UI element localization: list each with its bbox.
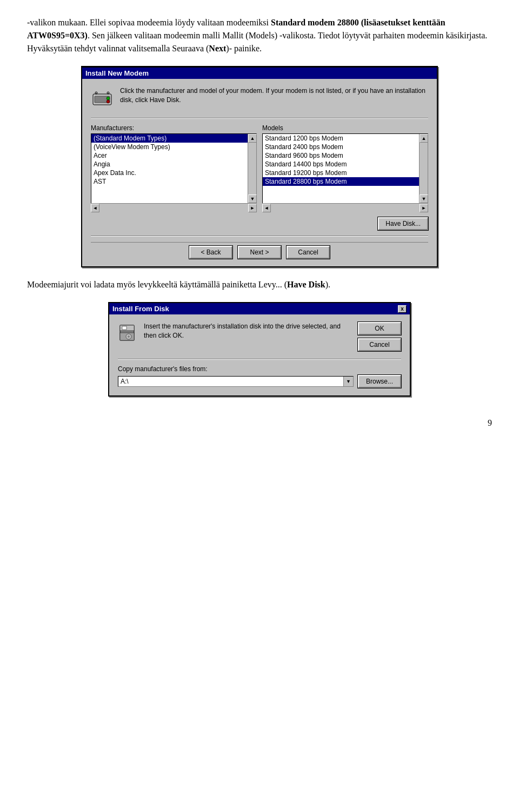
text-bold-have-disk: Have Disk [287,280,325,289]
model-item-0[interactable]: Standard 1200 bps Modem [263,134,419,143]
text-have-disk-end: ). [325,280,330,289]
models-listbox[interactable]: Standard 1200 bps Modem Standard 2400 bp… [262,133,428,204]
separator-1 [91,118,428,119]
next-button[interactable]: Next > [238,246,281,259]
manufacturer-item-5[interactable]: AST [91,177,248,186]
dropdown-arrow-btn[interactable]: ▼ [343,377,353,386]
path-input[interactable] [118,377,343,386]
dialog-header: Click the manufacturer and model of your… [91,86,428,109]
model-item-2[interactable]: Standard 9600 bps Modem [263,151,419,160]
manufacturers-label: Manufacturers: [91,124,257,132]
cancel-button-disk[interactable]: Cancel [358,338,401,351]
manufacturer-item-1[interactable]: (VoiceView Modem Types) [91,143,248,151]
models-col: Models Standard 1200 bps Modem Standard … [262,124,428,212]
install-from-disk-title: Install From Disk [112,305,169,313]
models-hscroll-track [271,204,420,212]
manufacturers-list-inner: (Standard Modem Types) (VoiceView Modem … [91,134,248,203]
svg-rect-10 [122,326,127,330]
scroll-track [248,143,256,194]
models-scrollbar[interactable]: ▲ ▼ [419,134,428,203]
page-number: 9 [27,418,492,428]
manufacturers-scrollbar[interactable]: ▲ ▼ [248,134,256,203]
models-list-inner: Standard 1200 bps Modem Standard 2400 bp… [263,134,419,203]
scroll-up-btn[interactable]: ▲ [248,134,257,143]
install-new-modem-dialog: Install New Modem Click the manufacturer… [81,66,438,267]
model-item-3[interactable]: Standard 14400 bps Modem [263,160,419,169]
dialog-header-text: Click the manufacturer and model of your… [120,86,428,105]
cancel-button[interactable]: Cancel [287,246,330,259]
manufacturer-item-0[interactable]: (Standard Modem Types) [91,134,248,143]
disk-body-text: Insert the manufacturer's installation d… [144,322,352,340]
svg-point-6 [107,97,110,100]
ok-button[interactable]: OK [358,322,401,335]
models-hscroll-left-btn[interactable]: ◄ [262,204,271,212]
paragraph-1: -valikon mukaan. Ellei sopivaa modeemia … [27,16,492,55]
have-disk-button[interactable]: Have Disk... [378,217,428,230]
text-end: )- painike. [226,44,262,53]
install-from-disk-dialog: Install From Disk x Insert the manufactu… [108,302,411,397]
models-scroll-down-btn[interactable]: ▼ [420,194,428,203]
have-disk-row: Have Disk... [91,217,428,230]
hscroll-left-btn[interactable]: ◄ [91,204,99,212]
install-from-disk-content: Insert the manufacturer's installation d… [109,314,410,395]
path-input-row: ▼ Browse... [118,375,401,388]
titlebar-title: Install New Modem [85,69,149,77]
manufacturer-item-2[interactable]: Acer [91,151,248,160]
manufacturer-item-3[interactable]: Angia [91,160,248,169]
disk-icon [118,322,138,343]
titlebar-label: Install New Modem [85,69,149,77]
paragraph-2: Modeemiajurit voi ladata myös levykkeelt… [27,278,492,291]
manufacturers-hscrollbar[interactable]: ◄ ► [91,203,257,212]
path-dropdown-container[interactable]: ▼ [118,376,354,387]
install-from-disk-titlebar: Install From Disk x [109,303,410,314]
back-button[interactable]: < Back [189,246,232,259]
copy-label: Copy manufacturer's files from: [118,365,401,373]
models-label: Models [262,124,428,132]
install-new-modem-titlebar: Install New Modem [82,68,437,79]
install-new-modem-content: Click the manufacturer and model of your… [82,79,437,266]
svg-point-7 [107,100,110,103]
browse-button[interactable]: Browse... [358,375,401,388]
dialog-close-button[interactable]: x [398,305,407,313]
models-hscroll-right-btn[interactable]: ► [420,204,428,212]
manufacturer-item-4[interactable]: Apex Data Inc. [91,169,248,177]
hscroll-track [99,204,248,212]
install-from-disk-label: Install From Disk [112,305,169,313]
separator-2 [91,236,428,237]
models-hscrollbar[interactable]: ◄ ► [262,203,428,212]
text-intro: -valikon mukaan. Ellei sopivaa modeemia … [27,18,271,27]
manufacturers-listbox[interactable]: (Standard Modem Types) (VoiceView Modem … [91,133,257,204]
models-scroll-up-btn[interactable]: ▲ [420,134,428,143]
scroll-down-btn[interactable]: ▼ [248,194,257,203]
side-buttons: OK Cancel [358,322,401,351]
disk-content-row: Insert the manufacturer's installation d… [118,322,401,351]
text-bold-next: Next [209,44,226,53]
model-item-5[interactable]: Standard 28800 bps Modem [263,177,419,186]
text-have-disk-intro: Modeemiajurit voi ladata myös levykkeelt… [27,280,287,289]
model-item-4[interactable]: Standard 19200 bps Modem [263,169,419,177]
disk-text-area: Insert the manufacturer's installation d… [144,322,352,351]
lists-area: Manufacturers: (Standard Modem Types) (V… [91,124,428,212]
copy-from-section: Copy manufacturer's files from: ▼ Browse… [118,365,401,388]
model-item-1[interactable]: Standard 2400 bps Modem [263,143,419,151]
hscroll-right-btn[interactable]: ► [248,204,257,212]
modem-icon [91,86,114,109]
bottom-buttons: < Back Next > Cancel [91,242,428,259]
svg-point-13 [128,335,130,338]
manufacturers-col: Manufacturers: (Standard Modem Types) (V… [91,124,257,212]
separator-disk [118,359,401,360]
models-scroll-track [420,143,428,194]
